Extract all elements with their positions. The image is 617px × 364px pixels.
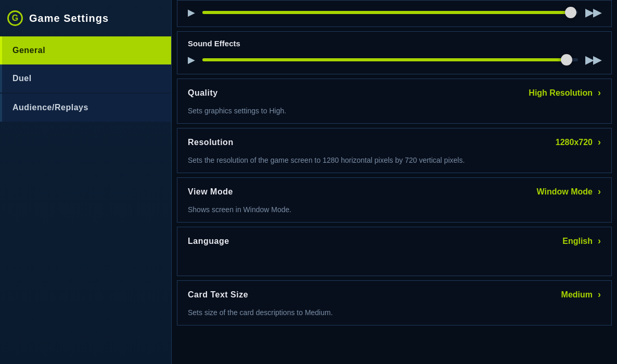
view-mode-value: Window Mode: [537, 187, 593, 197]
resolution-chevron-icon: ›: [598, 137, 601, 148]
sound-effects-volume-high-icon[interactable]: ▶▶: [585, 53, 601, 67]
sidebar-item-audience-replays[interactable]: Audience/Replays: [0, 94, 171, 122]
card-text-size-value: Medium: [561, 290, 593, 300]
card-text-size-value-group: Medium ›: [561, 289, 601, 300]
view-mode-section: View Mode Window Mode › Shows screen in …: [177, 177, 612, 223]
view-mode-row[interactable]: View Mode Window Mode ›: [177, 178, 611, 205]
music-volume-low-icon[interactable]: ▶: [188, 7, 195, 18]
quality-value-group: High Resolution ›: [529, 87, 601, 98]
sidebar-item-duel[interactable]: Duel: [0, 64, 171, 93]
sound-effects-label: Sound Effects: [188, 39, 601, 48]
sound-effects-volume-low-icon[interactable]: ▶: [188, 54, 195, 66]
music-slider-track[interactable]: [202, 11, 578, 14]
quality-chevron-icon: ›: [598, 87, 601, 98]
sidebar: G Game Settings General Duel Audience/Re…: [0, 0, 172, 364]
music-slider-section: ▶ ▶▶: [177, 0, 612, 27]
sidebar-title-area: G Game Settings: [0, 0, 171, 36]
music-slider-container: ▶ ▶▶: [188, 6, 601, 19]
sidebar-title: Game Settings: [29, 12, 109, 24]
resolution-section: Resolution 1280x720 › Sets the resolutio…: [177, 128, 612, 173]
music-slider-fill: [202, 11, 571, 14]
view-mode-chevron-icon: ›: [598, 186, 601, 197]
sound-effects-slider-track[interactable]: [202, 58, 578, 61]
quality-section: Quality High Resolution › Sets graphics …: [177, 79, 612, 124]
resolution-description: Sets the resolution of the game screen t…: [177, 156, 611, 173]
main-content: ▶ ▶▶ Sound Effects ▶ ▶▶ Quality High Res…: [172, 0, 617, 364]
card-text-size-description: Sets size of the card descriptions to Me…: [177, 308, 611, 325]
quality-value: High Resolution: [529, 88, 593, 98]
card-text-size-section: Card Text Size Medium › Sets size of the…: [177, 280, 612, 326]
card-text-size-chevron-icon: ›: [598, 289, 601, 300]
language-value: English: [562, 237, 593, 246]
view-mode-value-group: Window Mode ›: [537, 186, 601, 197]
music-volume-high-icon[interactable]: ▶▶: [585, 6, 601, 19]
resolution-value: 1280x720: [556, 138, 593, 147]
language-label: Language: [188, 237, 229, 246]
quality-label: Quality: [188, 88, 218, 98]
view-mode-label: View Mode: [188, 187, 233, 197]
card-text-size-label: Card Text Size: [188, 290, 248, 300]
sidebar-item-general[interactable]: General: [0, 36, 171, 64]
language-chevron-icon: ›: [598, 236, 601, 246]
settings-icon: G: [7, 10, 23, 26]
sound-effects-slider-fill: [202, 58, 567, 61]
quality-description: Sets graphics settings to High.: [177, 107, 611, 123]
language-row[interactable]: Language English ›: [177, 227, 611, 255]
sound-effects-section: Sound Effects ▶ ▶▶: [177, 31, 612, 74]
language-value-group: English ›: [562, 236, 601, 246]
language-section: Language English ›: [177, 227, 612, 276]
card-text-size-row[interactable]: Card Text Size Medium ›: [177, 281, 611, 308]
sound-effects-slider-container: ▶ ▶▶: [188, 53, 601, 67]
quality-row[interactable]: Quality High Resolution ›: [177, 79, 611, 107]
sound-effects-slider-thumb[interactable]: [561, 54, 572, 66]
resolution-row[interactable]: Resolution 1280x720 ›: [177, 128, 611, 156]
music-slider-thumb[interactable]: [565, 7, 576, 18]
view-mode-description: Shows screen in Window Mode.: [177, 205, 611, 222]
resolution-value-group: 1280x720 ›: [556, 137, 601, 148]
resolution-label: Resolution: [188, 138, 234, 147]
